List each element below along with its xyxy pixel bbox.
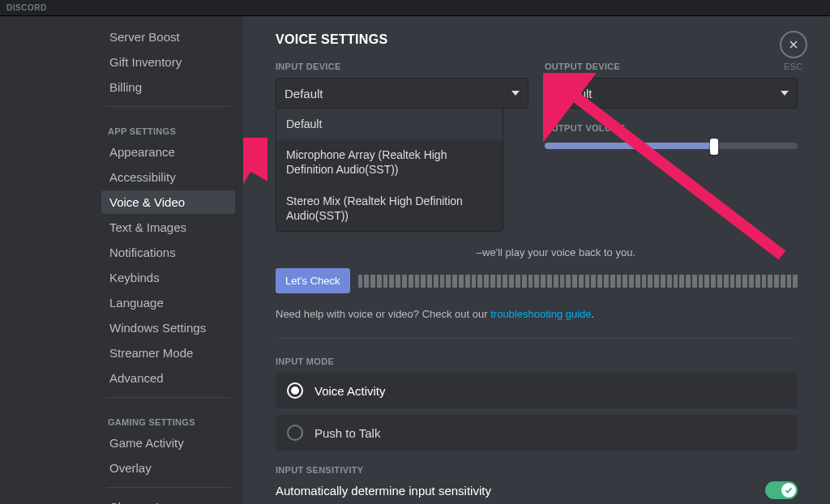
sidebar-category: APP SETTINGS bbox=[101, 120, 235, 139]
mic-test-helper: –we'll play your voice back to you. bbox=[276, 246, 798, 258]
input-mode-push-to-talk[interactable]: Push to Talk bbox=[276, 415, 798, 451]
sidebar-item-gift-inventory[interactable]: Gift Inventory bbox=[101, 50, 235, 74]
sidebar-item-overlay[interactable]: Overlay bbox=[101, 456, 235, 480]
chevron-down-icon bbox=[511, 91, 520, 96]
input-device-value: Default bbox=[285, 87, 323, 100]
output-device-label: OUTPUT DEVICE bbox=[545, 62, 798, 71]
chevron-down-icon bbox=[781, 91, 789, 96]
section-divider bbox=[276, 338, 798, 339]
sidebar-separator bbox=[106, 106, 230, 107]
close-icon bbox=[780, 31, 807, 58]
radio-icon bbox=[287, 425, 303, 441]
mic-level-meter bbox=[358, 273, 798, 289]
mic-test-button[interactable]: Let's Check bbox=[276, 268, 350, 293]
input-device-option[interactable]: Default bbox=[276, 109, 503, 139]
sidebar-category: GAMING SETTINGS bbox=[101, 411, 235, 430]
settings-sidebar: Server BoostGift InventoryBillingAPP SET… bbox=[0, 16, 243, 504]
sidebar-item-change-log[interactable]: Change Log bbox=[101, 495, 235, 504]
sidebar-item-appearance[interactable]: Appearance bbox=[101, 140, 235, 164]
input-device-option[interactable]: Stereo Mix (Realtek High Definition Audi… bbox=[276, 186, 503, 231]
svg-line-0 bbox=[243, 149, 257, 348]
sidebar-item-accessibility[interactable]: Accessibility bbox=[101, 165, 235, 189]
sidebar-item-language[interactable]: Language bbox=[101, 291, 235, 314]
input-mode-voice-activity[interactable]: Voice Activity bbox=[276, 373, 798, 408]
annotation-arrow-left bbox=[243, 138, 267, 357]
sidebar-item-streamer-mode[interactable]: Streamer Mode bbox=[101, 341, 235, 365]
radio-icon bbox=[287, 382, 303, 399]
output-volume-slider[interactable] bbox=[545, 143, 798, 149]
sidebar-item-server-boost[interactable]: Server Boost bbox=[101, 25, 235, 49]
window-titlebar: DISCORD bbox=[0, 0, 830, 16]
app-name: DISCORD bbox=[6, 3, 47, 12]
troubleshoot-text: Need help with voice or video? Check out… bbox=[276, 308, 798, 320]
sidebar-separator bbox=[106, 487, 230, 488]
input-mode-label: INPUT MODE bbox=[276, 357, 798, 366]
output-volume-label: OUTPUT VOLUME bbox=[545, 123, 798, 133]
sidebar-item-keybinds[interactable]: Keybinds bbox=[101, 266, 235, 289]
input-device-option[interactable]: Microphone Array (Realtek High Definitio… bbox=[276, 139, 503, 185]
output-device-value: Default bbox=[554, 87, 593, 100]
check-icon bbox=[783, 485, 794, 496]
input-mode-group: Voice ActivityPush to Talk bbox=[276, 373, 798, 451]
sidebar-item-voice-video[interactable]: Voice & Video bbox=[101, 190, 235, 214]
sidebar-item-notifications[interactable]: Notifications bbox=[101, 241, 235, 264]
sidebar-item-billing[interactable]: Billing bbox=[101, 75, 235, 99]
sidebar-item-text-images[interactable]: Text & Images bbox=[101, 216, 235, 239]
sidebar-item-game-activity[interactable]: Game Activity bbox=[101, 431, 235, 455]
settings-content: ESC VOICE SETTINGS INPUT DEVICE Default … bbox=[243, 16, 830, 504]
output-device-select[interactable]: Default bbox=[545, 78, 798, 109]
input-device-label: INPUT DEVICE bbox=[276, 62, 528, 71]
sidebar-item-windows-settings[interactable]: Windows Settings bbox=[101, 316, 235, 340]
input-device-dropdown: DefaultMicrophone Array (Realtek High De… bbox=[276, 109, 503, 232]
slider-thumb[interactable] bbox=[710, 139, 718, 155]
slider-fill bbox=[545, 143, 714, 149]
radio-label: Voice Activity bbox=[314, 384, 386, 398]
page-title: VOICE SETTINGS bbox=[276, 32, 798, 47]
input-sensitivity-label: INPUT SENSITIVITY bbox=[276, 465, 798, 475]
sidebar-item-advanced[interactable]: Advanced bbox=[101, 366, 235, 390]
auto-sensitivity-toggle[interactable] bbox=[765, 481, 798, 499]
radio-label: Push to Talk bbox=[314, 426, 380, 440]
input-device-select[interactable]: Default bbox=[276, 78, 528, 109]
sidebar-separator bbox=[106, 397, 230, 398]
auto-sensitivity-text: Automatically determine input sensitivit… bbox=[276, 484, 491, 498]
troubleshoot-link[interactable]: troubleshooting guide bbox=[490, 308, 591, 320]
